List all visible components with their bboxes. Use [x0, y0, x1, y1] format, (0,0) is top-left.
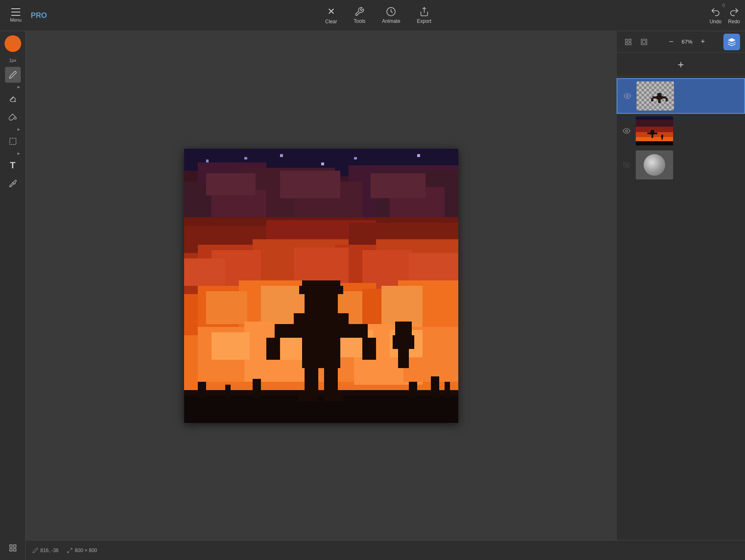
- undo-icon: [710, 7, 721, 17]
- animate-button[interactable]: Animate: [382, 7, 400, 24]
- clear-label: Clear: [325, 19, 337, 25]
- canvas-dimensions: 800 × 800: [67, 548, 97, 553]
- undo-button[interactable]: 0 Undo: [710, 7, 722, 25]
- svg-rect-121: [661, 135, 663, 136]
- svg-rect-15: [417, 154, 420, 157]
- clear-button[interactable]: ✕ Clear: [325, 6, 337, 25]
- grid-view-button[interactable]: [622, 35, 635, 49]
- redo-label: Redo: [728, 19, 740, 25]
- svg-rect-70: [184, 395, 458, 423]
- export-button[interactable]: Export: [417, 7, 431, 24]
- add-layer-button[interactable]: +: [674, 57, 688, 72]
- svg-rect-97: [641, 39, 647, 45]
- fill-icon: [9, 113, 17, 121]
- svg-rect-110: [636, 127, 673, 133]
- resize-icon: [67, 548, 73, 553]
- topbar: Menu PRO ✕ Clear Tools Animate: [0, 0, 745, 31]
- svg-rect-105: [651, 98, 653, 101]
- svg-rect-12: [321, 162, 324, 165]
- svg-rect-118: [654, 133, 657, 134]
- svg-rect-101: [656, 96, 662, 99]
- add-layer-icon: +: [678, 58, 684, 71]
- layers-container: [617, 76, 745, 540]
- layer-1-eye[interactable]: [622, 90, 633, 102]
- svg-rect-106: [666, 98, 668, 101]
- canvas-wrapper[interactable]: [184, 149, 458, 423]
- svg-line-125: [68, 551, 69, 553]
- select-icon: [9, 137, 17, 145]
- brush-size-label: 1px: [9, 58, 17, 63]
- svg-rect-32: [206, 173, 255, 195]
- layer-item[interactable]: [617, 78, 745, 114]
- tools-icon: [354, 7, 364, 17]
- layer-3-sphere: [644, 154, 665, 176]
- color-picker[interactable]: [5, 35, 21, 52]
- svg-rect-96: [629, 42, 631, 44]
- zoom-in-icon: +: [701, 37, 705, 46]
- zoom-out-icon: −: [669, 37, 674, 46]
- statusbar: 816, -36 800 × 800: [26, 540, 745, 560]
- svg-rect-5: [13, 549, 16, 551]
- frame-view-button[interactable]: [637, 35, 651, 49]
- redo-button[interactable]: Redo: [728, 7, 740, 25]
- animate-icon: [386, 7, 396, 17]
- layer-item[interactable]: [617, 148, 745, 182]
- svg-rect-33: [280, 170, 340, 198]
- eyedropper-tool[interactable]: [5, 176, 21, 192]
- svg-point-107: [626, 130, 628, 132]
- svg-rect-71: [198, 382, 206, 398]
- add-layer-row: +: [617, 53, 745, 76]
- text-tool[interactable]: T: [5, 157, 21, 173]
- svg-rect-45: [184, 258, 225, 286]
- tools-label: Tools: [354, 18, 365, 24]
- redo-icon: [729, 7, 740, 17]
- svg-rect-72: [225, 384, 231, 398]
- eye-icon: [623, 127, 630, 135]
- left-sidebar: 1px ▶ ▶ ▶ T: [0, 31, 26, 560]
- layers-button[interactable]: [723, 34, 740, 50]
- canvas-size-icon: [9, 544, 17, 552]
- svg-rect-113: [636, 141, 673, 145]
- tools-button[interactable]: Tools: [354, 7, 365, 24]
- dimensions: 800 × 800: [75, 548, 97, 553]
- menu-button[interactable]: Menu: [5, 8, 27, 22]
- undo-badge: 0: [723, 3, 725, 8]
- canvas-area[interactable]: [26, 31, 616, 540]
- undo-label: Undo: [710, 19, 722, 25]
- pencil-small-icon: [32, 548, 38, 553]
- fill-tool[interactable]: [5, 109, 21, 125]
- layer-2-eye[interactable]: [621, 125, 632, 137]
- eye-closed-icon: [623, 161, 630, 169]
- svg-rect-65: [211, 332, 250, 360]
- svg-rect-76: [445, 382, 450, 398]
- svg-point-99: [627, 95, 629, 97]
- layer-item[interactable]: [617, 114, 745, 148]
- svg-rect-102: [657, 93, 661, 96]
- svg-rect-8: [206, 160, 209, 162]
- svg-rect-11: [280, 154, 283, 157]
- zoom-in-button[interactable]: +: [698, 37, 708, 47]
- export-label: Export: [417, 18, 431, 24]
- canvas-size-tool[interactable]: [5, 540, 21, 556]
- zoom-controls: − 67% +: [666, 37, 708, 47]
- layer-3-eye[interactable]: [621, 159, 632, 171]
- eyedropper-icon: [9, 179, 17, 188]
- text-icon: T: [10, 160, 15, 171]
- select-tool[interactable]: [5, 133, 21, 149]
- svg-rect-6: [10, 549, 12, 551]
- menu-icon: [11, 8, 20, 16]
- svg-rect-79: [299, 390, 318, 400]
- eye-icon: [624, 92, 631, 100]
- pixel-canvas[interactable]: [184, 149, 458, 423]
- frame-view-icon: [640, 38, 648, 46]
- eraser-tool[interactable]: [5, 91, 21, 107]
- pencil-tool[interactable]: [5, 67, 21, 83]
- svg-rect-95: [625, 42, 627, 44]
- eraser-icon: [9, 95, 17, 103]
- svg-line-124: [70, 548, 72, 550]
- clear-icon: ✕: [327, 6, 335, 17]
- panel-controls: − 67% +: [617, 31, 745, 53]
- svg-rect-93: [625, 39, 627, 41]
- svg-rect-98: [642, 40, 646, 44]
- zoom-out-button[interactable]: −: [666, 37, 677, 47]
